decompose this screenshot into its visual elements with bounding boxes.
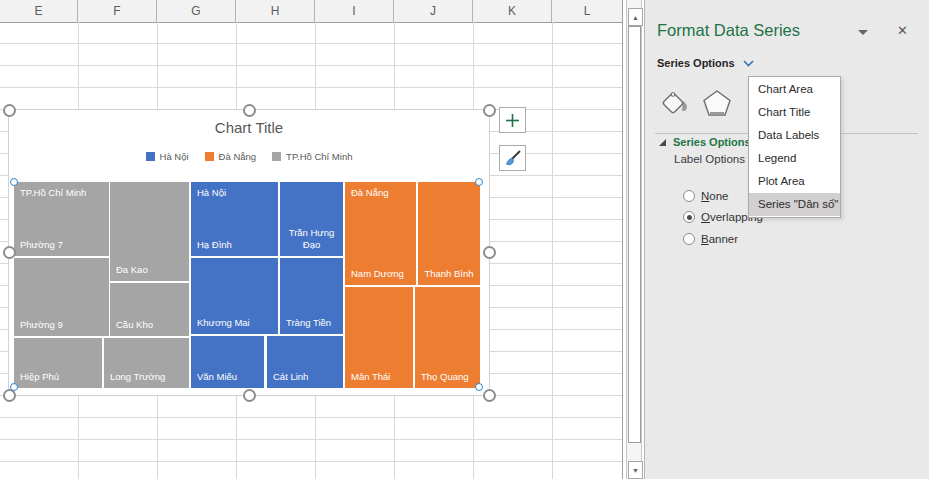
pane-tab-icons [659, 88, 733, 118]
treemap-group-label: Hà Nội [197, 187, 272, 199]
treemap-chart[interactable]: Chart Title Hà Nội Đà Nẵng TP.Hồ Chí Min… [8, 109, 490, 396]
effects-pentagon-icon[interactable] [701, 88, 733, 118]
legend-label: TP.Hồ Chí Minh [286, 151, 352, 162]
treemap-tile[interactable]: Hiệp Phú [14, 338, 102, 388]
treemap-tile-label: Khương Mai [197, 317, 272, 329]
chart-elements-button[interactable] [499, 107, 526, 133]
chart-resize-handle[interactable] [243, 104, 256, 117]
legend-swatch-orange-icon [205, 152, 214, 161]
plus-icon [505, 113, 520, 128]
column-header-e[interactable]: E [0, 0, 78, 22]
treemap-tile-label: Nam Dương [351, 268, 410, 280]
chart-resize-handle[interactable] [3, 104, 16, 117]
section-header-label: Series Options [673, 136, 751, 148]
treemap-group-label: Đà Nẵng [351, 187, 410, 199]
column-header-k[interactable]: K [473, 0, 552, 22]
treemap-tile[interactable]: Thọ Quang [415, 287, 480, 388]
treemap-tile-label: Phường 9 [20, 319, 103, 331]
series-selection-handle [10, 383, 18, 391]
chart-resize-handle[interactable] [483, 104, 496, 117]
radio-none[interactable]: None [683, 190, 729, 202]
element-selector[interactable]: Series Options [657, 57, 754, 69]
series-selection-handle [475, 383, 483, 391]
treemap-tile[interactable]: Trần Hưng Đạo [280, 182, 343, 256]
treemap-tile-label: Thanh Bình [424, 268, 473, 280]
paintbrush-icon [504, 149, 522, 167]
treemap-plot-area[interactable]: TP.Hồ Chí Minh Phường 7 Đa Kao Phường 9 … [14, 182, 480, 388]
chart-resize-handle[interactable] [243, 389, 256, 402]
treemap-tile[interactable]: Phường 9 [14, 258, 109, 336]
series-selection-handle [475, 178, 483, 186]
radio-circle-icon[interactable] [683, 211, 695, 223]
series-selection-handle [10, 178, 18, 186]
treemap-tile[interactable]: Khương Mai [191, 258, 278, 334]
dropdown-item-plot-area[interactable]: Plot Area [749, 170, 840, 193]
treemap-tile-label: Hạ Đình [197, 239, 272, 251]
column-header-l[interactable]: L [552, 0, 622, 22]
column-header-i[interactable]: I [315, 0, 394, 22]
treemap-tile-label: Thọ Quang [421, 371, 474, 383]
treemap-tile[interactable]: Cầu Kho [110, 283, 189, 336]
treemap-tile-label: Văn Miếu [197, 371, 258, 383]
dropdown-item-data-labels[interactable]: Data Labels [749, 124, 840, 147]
dropdown-item-series-dan-so[interactable]: Series "Dân số" [749, 193, 840, 216]
legend-item[interactable]: TP.Hồ Chí Minh [272, 151, 352, 162]
chart-title[interactable]: Chart Title [9, 119, 489, 136]
column-header-row: E F G H I J K L [0, 0, 622, 23]
legend-label: Đà Nẵng [219, 151, 257, 162]
dropdown-item-chart-title[interactable]: Chart Title [749, 101, 840, 124]
treemap-tile[interactable]: Thanh Bình [418, 182, 480, 285]
radio-banner[interactable]: Banner [683, 233, 738, 245]
dropdown-item-chart-area[interactable]: Chart Area [749, 78, 840, 101]
legend-swatch-gray-icon [272, 152, 281, 161]
radio-circle-icon[interactable] [683, 190, 695, 202]
treemap-tile[interactable]: Văn Miếu [191, 336, 264, 388]
column-header-g[interactable]: G [157, 0, 236, 22]
pane-menu-caret-icon[interactable] [858, 30, 868, 35]
treemap-tile[interactable]: TP.Hồ Chí Minh Phường 7 [14, 182, 109, 256]
label-options-header: Label Options [674, 153, 745, 165]
chart-resize-handle[interactable] [3, 246, 16, 259]
treemap-tile-label: Tràng Tiền [286, 317, 337, 329]
radio-label: Banner [701, 233, 738, 245]
column-header-j[interactable]: J [394, 0, 473, 22]
treemap-tile-label: Phường 7 [20, 239, 103, 251]
dropdown-item-legend[interactable]: Legend [749, 147, 840, 170]
treemap-tile[interactable]: Cát Linh [267, 336, 343, 388]
scrollbar-thumb[interactable] [628, 26, 641, 443]
treemap-tile[interactable]: Đà Nẵng Nam Dương [345, 182, 416, 285]
element-selector-label: Series Options [657, 57, 735, 69]
series-options-section-header[interactable]: Series Options [659, 136, 751, 148]
treemap-tile-label: Mân Thái [351, 371, 407, 383]
format-data-series-pane: Format Data Series ✕ Series Options Seri… [645, 0, 929, 479]
column-header-f[interactable]: F [78, 0, 157, 22]
treemap-tile[interactable]: Đa Kao [110, 182, 189, 281]
chart-resize-handle[interactable] [483, 389, 496, 402]
treemap-tile[interactable]: Tràng Tiền [280, 258, 343, 334]
vertical-scrollbar[interactable]: ▲ ▼ [626, 0, 642, 479]
legend-swatch-blue-icon [146, 152, 155, 161]
chevron-down-icon[interactable] [743, 60, 754, 67]
treemap-tile-label: Long Trường [110, 371, 183, 383]
treemap-group-label: TP.Hồ Chí Minh [20, 187, 103, 199]
treemap-tile[interactable]: Hà Nội Hạ Đình [191, 182, 278, 256]
treemap-tile[interactable]: Mân Thái [345, 287, 413, 388]
radio-circle-icon[interactable] [683, 233, 695, 245]
scroll-up-button[interactable]: ▲ [628, 8, 643, 26]
fill-and-line-bucket-icon[interactable] [659, 88, 691, 118]
chart-resize-handle[interactable] [483, 246, 496, 259]
treemap-tile-label: Đa Kao [116, 264, 183, 276]
pane-close-icon[interactable]: ✕ [897, 23, 908, 38]
radio-label: None [701, 190, 729, 202]
chart-element-dropdown[interactable]: Chart Area Chart Title Data Labels Legen… [748, 76, 841, 218]
pane-title: Format Data Series [657, 21, 800, 40]
chart-legend[interactable]: Hà Nội Đà Nẵng TP.Hồ Chí Minh [9, 151, 489, 162]
collapse-triangle-icon[interactable] [659, 139, 666, 146]
scroll-down-button[interactable]: ▼ [628, 461, 643, 479]
chart-styles-button[interactable] [499, 145, 526, 171]
legend-item[interactable]: Đà Nẵng [205, 151, 257, 162]
treemap-tile-label: Cát Linh [273, 371, 337, 383]
treemap-tile[interactable]: Long Trường [104, 338, 189, 388]
column-header-h[interactable]: H [236, 0, 315, 22]
legend-item[interactable]: Hà Nội [146, 151, 189, 162]
